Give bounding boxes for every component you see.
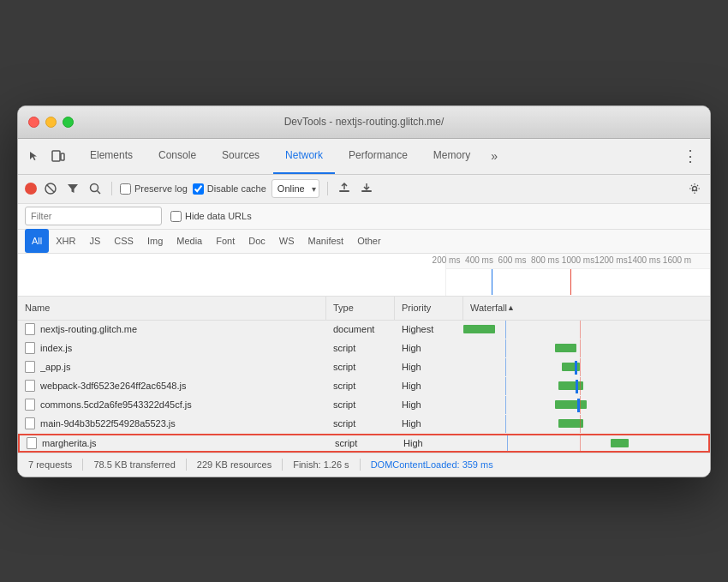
row-name: nextjs-routing.glitch.me — [40, 324, 137, 334]
status-sep3 — [282, 459, 283, 471]
waterfall-bar — [611, 439, 628, 447]
table-row[interactable]: margherita.jsscriptHigh — [18, 434, 710, 453]
table-row[interactable]: nextjs-routing.glitch.medocumentHighest — [18, 321, 710, 339]
maximize-button[interactable] — [63, 117, 74, 128]
cursor-icon[interactable] — [25, 147, 44, 165]
type-tab-media[interactable]: Media — [170, 229, 209, 253]
waterfall-bar — [555, 344, 576, 352]
row-type: script — [326, 339, 395, 357]
type-tab-all[interactable]: All — [25, 229, 49, 253]
row-name: index.js — [40, 343, 72, 353]
row-name: main-9d4b3b522f54928a5523.js — [40, 418, 176, 429]
table-row[interactable]: main-9d4b3b522f54928a5523.jsscriptHigh — [18, 415, 710, 434]
row-name: webpack-3df6523e264ff2ac6548.js — [40, 381, 186, 391]
minimize-button[interactable] — [45, 117, 57, 128]
preserve-log-checkbox[interactable]: Preserve log — [120, 183, 188, 195]
status-sep2 — [186, 459, 187, 471]
tab-performance[interactable]: Performance — [337, 138, 420, 174]
status-requests: 7 requests — [28, 459, 72, 470]
network-toolbar: Preserve log Disable cache Online — [18, 175, 710, 204]
row-waterfall — [463, 339, 710, 357]
row-waterfall — [463, 396, 710, 414]
separator — [111, 182, 112, 195]
type-tab-font[interactable]: Font — [209, 229, 242, 253]
file-icon — [25, 323, 35, 335]
row-name: commons.5cd2a6fe9543322d45cf.js — [40, 399, 192, 410]
status-transferred: 78.5 KB transferred — [93, 459, 175, 470]
column-waterfall[interactable]: Waterfall — [463, 297, 710, 320]
disable-cache-checkbox[interactable]: Disable cache — [193, 183, 266, 195]
file-icon — [25, 399, 35, 411]
tab-memory[interactable]: Memory — [421, 138, 482, 174]
row-type: script — [328, 435, 397, 451]
svg-rect-6 — [339, 190, 349, 192]
row-priority: High — [395, 358, 463, 376]
type-filter-bar: AllXHRJSCSSImgMediaFontDocWSManifestOthe… — [18, 230, 710, 254]
search-icon[interactable] — [87, 180, 104, 197]
svg-rect-7 — [361, 190, 372, 192]
table-row[interactable]: _app.jsscriptHigh — [18, 358, 710, 377]
row-type: script — [326, 415, 395, 433]
row-type: script — [326, 377, 395, 395]
file-icon — [25, 342, 35, 354]
clear-button[interactable] — [42, 180, 59, 197]
table-row[interactable]: webpack-3df6523e264ff2ac6548.jsscriptHig… — [18, 377, 710, 396]
settings-button[interactable] — [686, 180, 703, 197]
column-priority[interactable]: Priority — [395, 297, 463, 320]
row-type: script — [326, 396, 395, 414]
tab-sources[interactable]: Sources — [210, 138, 272, 174]
svg-point-8 — [693, 187, 697, 191]
row-priority: High — [395, 339, 463, 357]
throttle-select-wrap: Online — [272, 179, 319, 198]
svg-point-4 — [91, 184, 98, 192]
type-tab-other[interactable]: Other — [350, 229, 388, 253]
icon-group — [25, 147, 68, 165]
column-type[interactable]: Type — [326, 297, 395, 320]
devtools-window: DevTools - nextjs-routing.glitch.me/ — [17, 105, 711, 477]
row-name: margherita.js — [42, 438, 97, 448]
type-tab-css[interactable]: CSS — [107, 229, 140, 253]
file-icon — [25, 380, 35, 392]
tab-elements[interactable]: Elements — [78, 138, 145, 174]
type-tab-doc[interactable]: Doc — [242, 229, 272, 253]
status-bar: 7 requests 78.5 KB transferred 229 KB re… — [18, 453, 710, 477]
filter-bar: Hide data URLs — [18, 204, 710, 230]
type-tab-xhr[interactable]: XHR — [49, 229, 82, 253]
more-tabs-button[interactable]: » — [484, 149, 504, 163]
status-dom-content-loaded[interactable]: DOMContentLoaded: 359 ms — [371, 459, 493, 470]
filter-icon[interactable] — [64, 180, 81, 197]
waterfall-bar — [463, 325, 495, 333]
file-icon — [25, 361, 35, 373]
row-waterfall — [463, 415, 710, 433]
filter-input[interactable] — [25, 207, 162, 225]
import-har-button[interactable] — [336, 180, 353, 197]
devtools-panel: Elements Console Sources Network Perform… — [18, 139, 710, 477]
status-finish: Finish: 1.26 s — [293, 459, 349, 470]
close-button[interactable] — [28, 117, 39, 128]
row-name: _app.js — [40, 362, 70, 372]
record-button[interactable] — [25, 183, 37, 195]
table-header: Name Type Priority Waterfall — [18, 297, 710, 321]
waterfall-bar — [555, 400, 587, 409]
devtools-menu-button[interactable]: ⋮ — [677, 147, 703, 165]
timeline-header: 200 ms400 ms600 ms800 ms1000 ms1200 ms14… — [18, 254, 710, 297]
status-sep1 — [82, 459, 83, 471]
column-name[interactable]: Name — [18, 297, 326, 320]
type-tab-ws[interactable]: WS — [272, 229, 301, 253]
row-priority: High — [397, 435, 465, 451]
tab-console[interactable]: Console — [146, 138, 208, 174]
hide-data-urls-checkbox[interactable]: Hide data URLs — [170, 211, 252, 222]
table-row[interactable]: commons.5cd2a6fe9543322d45cf.jsscriptHig… — [18, 396, 710, 415]
table-row[interactable]: index.jsscriptHigh — [18, 339, 710, 358]
type-tab-img[interactable]: Img — [140, 229, 170, 253]
title-bar: DevTools - nextjs-routing.glitch.me/ — [18, 106, 710, 139]
export-har-button[interactable] — [358, 180, 375, 197]
type-tab-js[interactable]: JS — [82, 229, 107, 253]
svg-line-5 — [98, 191, 101, 195]
throttle-select[interactable]: Online — [272, 179, 319, 198]
row-priority: High — [395, 415, 463, 433]
type-tab-manifest[interactable]: Manifest — [301, 229, 351, 253]
tab-network[interactable]: Network — [273, 138, 335, 174]
svg-rect-0 — [52, 151, 60, 161]
device-toggle-icon[interactable] — [49, 147, 68, 165]
